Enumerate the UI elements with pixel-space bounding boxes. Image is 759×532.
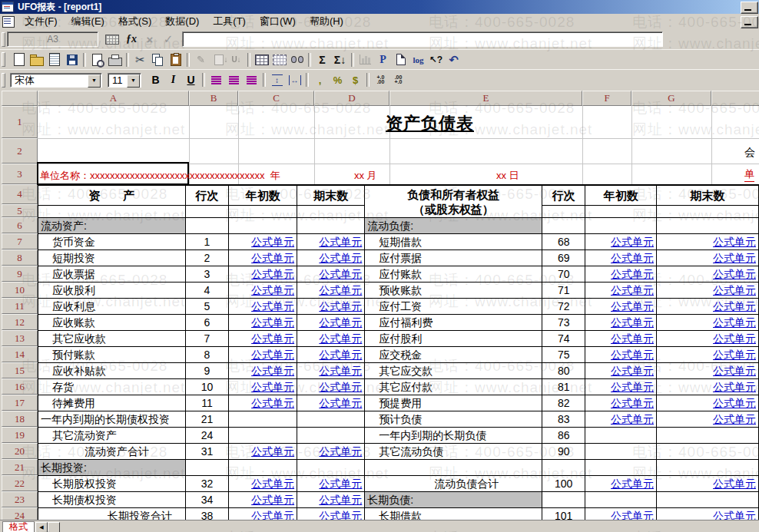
row-header-20[interactable]: 20: [2, 443, 38, 459]
cancel-icon[interactable]: ×: [142, 32, 157, 46]
asset-line-cell[interactable]: 32: [185, 476, 228, 492]
asset-end-cell[interactable]: [297, 460, 365, 476]
row-header-16[interactable]: 16: [2, 378, 38, 395]
asset-end-cell[interactable]: [297, 428, 365, 444]
asset-item-cell[interactable]: 流动资产合计: [38, 444, 186, 460]
asset-item-cell[interactable]: 应收利息: [38, 299, 186, 315]
header-begin-cell[interactable]: 年初数: [585, 185, 657, 206]
liability-end-cell[interactable]: [657, 492, 759, 508]
liability-end-cell[interactable]: [657, 460, 759, 476]
liability-begin-cell[interactable]: 公式单元: [585, 234, 657, 250]
liability-line-cell[interactable]: 69: [542, 250, 585, 266]
liability-line-cell[interactable]: 83: [542, 411, 585, 428]
chart-icon[interactable]: [356, 51, 374, 68]
report-document-icon[interactable]: [2, 16, 15, 28]
liability-begin-cell[interactable]: 公式单元: [585, 331, 657, 347]
column-header-B[interactable]: B: [189, 91, 238, 106]
header-empty-cell[interactable]: [585, 206, 657, 218]
print-preview-icon[interactable]: [88, 51, 106, 68]
asset-line-cell[interactable]: 31: [185, 444, 228, 460]
liability-end-cell[interactable]: [657, 444, 759, 460]
liability-line-cell[interactable]: 81: [542, 379, 585, 395]
row-header-7[interactable]: 7: [2, 233, 38, 249]
asset-item-cell[interactable]: 其它流动资产: [38, 428, 186, 444]
liability-line-cell[interactable]: [542, 492, 585, 508]
asset-end-cell[interactable]: 公式单元: [297, 234, 365, 250]
asset-line-cell[interactable]: 21: [185, 411, 228, 428]
liability-begin-cell[interactable]: 公式单元: [585, 299, 657, 315]
format-painter-icon[interactable]: ✎: [192, 51, 210, 68]
header-begin-cell[interactable]: 年初数: [229, 185, 297, 206]
asset-item-cell[interactable]: 存货: [38, 379, 186, 395]
liability-end-cell[interactable]: [657, 428, 759, 444]
liability-line-cell[interactable]: 72: [542, 299, 585, 315]
row-header-6[interactable]: 6: [2, 217, 38, 233]
insert-row-icon[interactable]: [210, 51, 227, 68]
asset-begin-cell[interactable]: [229, 460, 297, 476]
asset-end-cell[interactable]: 公式单元: [297, 266, 365, 283]
liability-begin-cell[interactable]: 公式单元: [585, 379, 657, 395]
liability-line-cell[interactable]: 70: [542, 266, 585, 283]
asset-begin-cell[interactable]: 公式单元: [229, 379, 297, 395]
row-header-1[interactable]: 1: [2, 106, 38, 138]
header-line-no-cell[interactable]: 行次: [542, 185, 585, 206]
row-header-8[interactable]: 8: [2, 249, 38, 266]
asset-line-cell[interactable]: 7: [185, 331, 228, 347]
liability-begin-cell[interactable]: [585, 218, 657, 234]
liability-end-cell[interactable]: 公式单元: [657, 299, 759, 315]
cut-icon[interactable]: ✂: [131, 51, 149, 68]
asset-end-cell[interactable]: 公式单元: [297, 315, 365, 331]
tab-format[interactable]: 格式: [2, 521, 35, 532]
context-help-icon[interactable]: ↖?: [427, 51, 445, 68]
percent-style-icon[interactable]: %: [329, 72, 346, 88]
liability-begin-cell[interactable]: 公式单元: [585, 315, 657, 331]
row-header-21[interactable]: 21: [2, 459, 38, 475]
row-header-13[interactable]: 13: [2, 330, 38, 346]
asset-item-cell[interactable]: 短期投资: [38, 250, 186, 266]
asset-item-cell[interactable]: 应收股利: [38, 283, 186, 299]
asset-item-cell[interactable]: 应收账款: [38, 315, 186, 331]
asset-item-cell[interactable]: 预付账款: [38, 347, 186, 363]
header-asset-cell[interactable]: 资 产: [38, 185, 186, 206]
page-setup-icon[interactable]: [392, 51, 409, 68]
asset-item-cell[interactable]: 应收票据: [38, 266, 186, 283]
liability-line-cell[interactable]: 86: [542, 428, 585, 444]
confirm-icon[interactable]: ✓: [161, 32, 176, 46]
asset-end-cell[interactable]: 公式单元: [297, 444, 365, 460]
increase-decimal-icon[interactable]: +.0 .00: [372, 72, 389, 88]
asset-end-cell[interactable]: 公式单元: [297, 379, 365, 395]
row-header-15[interactable]: 15: [2, 362, 38, 378]
split-table-icon[interactable]: [270, 51, 288, 68]
liability-item-cell[interactable]: 预提费用: [365, 395, 542, 411]
tab-scroll-right-button[interactable]: [48, 522, 60, 532]
asset-line-cell[interactable]: 6: [185, 315, 228, 331]
align-right-icon[interactable]: [243, 72, 260, 88]
asset-begin-cell[interactable]: 公式单元: [229, 331, 297, 347]
log-icon[interactable]: log: [409, 51, 427, 68]
toolbar-grip[interactable]: [2, 73, 5, 88]
row-header-10[interactable]: 10: [2, 282, 38, 298]
menu-item-edit[interactable]: 编辑(E): [65, 13, 111, 31]
row-header-12[interactable]: 12: [2, 314, 38, 330]
asset-line-cell[interactable]: 34: [185, 492, 228, 508]
liability-begin-cell[interactable]: 公式单元: [585, 411, 657, 428]
asset-line-cell[interactable]: 11: [185, 395, 228, 411]
asset-end-cell[interactable]: [297, 411, 365, 428]
menu-item-window[interactable]: 窗口(W): [253, 13, 303, 31]
menu-item-tools[interactable]: 工具(T): [206, 13, 253, 31]
cell-reference-box[interactable]: A3: [7, 31, 98, 47]
copy-icon[interactable]: [149, 51, 167, 68]
asset-begin-cell[interactable]: [229, 411, 297, 428]
asset-line-cell[interactable]: 8: [185, 347, 228, 363]
header-empty-cell[interactable]: [297, 206, 365, 218]
column-header-E[interactable]: E: [389, 91, 582, 106]
liability-line-cell[interactable]: 100: [542, 476, 585, 492]
row-header-14[interactable]: 14: [2, 346, 38, 362]
liability-item-cell[interactable]: 其它应交款: [365, 363, 542, 379]
sum-icon[interactable]: Σ: [313, 51, 331, 68]
row-header-19[interactable]: 19: [2, 427, 38, 443]
row-header-23[interactable]: 23: [2, 491, 38, 507]
asset-begin-cell[interactable]: 公式单元: [229, 234, 297, 250]
toolbar-grip[interactable]: [2, 32, 5, 47]
liability-end-cell[interactable]: 公式单元: [657, 315, 759, 331]
